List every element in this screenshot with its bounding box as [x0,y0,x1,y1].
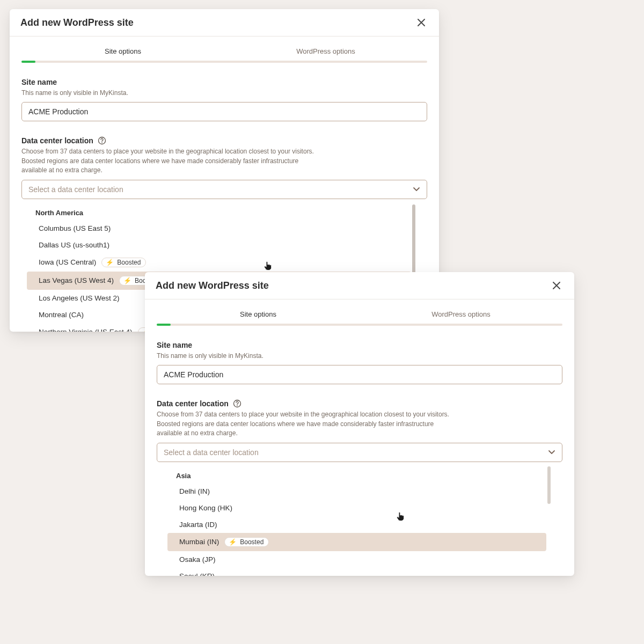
tab-wordpress-options[interactable]: WordPress options [360,307,562,324]
option-label: Jakarta (ID) [179,521,217,529]
site-name-section: Site name This name is only visible in M… [10,78,439,121]
data-center-desc: Choose from 37 data centers to place you… [21,147,322,175]
site-name-section: Site name This name is only visible in M… [145,341,574,384]
data-center-option[interactable]: Delhi (IN) [167,483,546,500]
close-button[interactable] [551,280,562,291]
data-center-option[interactable]: Osaka (JP) [167,551,546,568]
bolt-icon: ⚡ [106,259,114,266]
data-center-option[interactable]: Dallas US (us-south1) [27,237,411,253]
select-placeholder: Select a data center location [164,448,259,457]
dropdown-inner: AsiaDelhi (IN)Hong Kong (HK)Jakarta (ID)… [167,465,553,576]
option-label: Seoul (KR) [179,572,215,576]
option-label: Dallas US (us-south1) [39,241,109,249]
select-placeholder: Select a data center location [28,185,123,194]
tabs: Site options WordPress options [10,44,439,61]
tab-site-options[interactable]: Site options [21,44,224,61]
data-center-option[interactable]: Jakarta (ID) [167,516,546,533]
chevron-down-icon [548,449,555,456]
option-group-header: Asia [167,467,553,483]
progress-track [157,324,562,326]
bolt-icon: ⚡ [123,277,131,284]
data-center-option[interactable]: Columbus (US East 5) [27,220,411,237]
boosted-label: Boosted [240,538,264,546]
tabs: Site options WordPress options [145,307,574,324]
site-name-label: Site name [21,78,427,86]
option-label: Osaka (JP) [179,555,216,564]
data-center-label: Data center location [157,399,562,408]
option-label: Las Vegas (US West 4) [39,276,114,284]
data-center-option[interactable]: Iowa (US Central)⚡Boosted [27,253,411,272]
option-label: Northern Virginia (US East 4) [39,328,133,332]
option-label: Iowa (US Central) [39,258,96,266]
modal-title: Add new WordPress site [20,17,134,28]
option-group-header: North America [27,204,418,220]
data-center-dropdown: AsiaDelhi (IN)Hong Kong (HK)Jakarta (ID)… [167,465,553,576]
progress-track [21,61,427,63]
boosted-badge: ⚡Boosted [101,258,146,267]
option-label: Mumbai (IN) [179,538,219,546]
close-icon [553,282,560,289]
data-center-select[interactable]: Select a data center location [21,180,427,199]
close-icon [418,19,425,26]
tab-site-options[interactable]: Site options [157,307,360,324]
site-name-input[interactable] [157,365,562,384]
boosted-label: Boosted [117,259,141,266]
progress-bar [157,324,171,326]
site-name-label: Site name [157,341,562,349]
data-center-label: Data center location [21,136,427,145]
modal-title: Add new WordPress site [156,280,269,291]
scrollbar-thumb[interactable] [547,466,551,504]
data-center-desc: Choose from 37 data centers to place you… [157,410,457,438]
data-center-section: Data center location Choose from 37 data… [145,399,574,576]
option-label: Montreal (CA) [39,311,84,319]
boosted-badge: ⚡Boosted [224,537,269,547]
site-name-desc: This name is only visible in MyKinsta. [21,89,322,98]
data-center-option[interactable]: Hong Kong (HK) [167,500,546,516]
option-label: Delhi (IN) [179,487,210,495]
help-icon[interactable] [98,136,106,145]
progress-bar [21,61,35,63]
chevron-down-icon [413,186,420,193]
site-name-input[interactable] [21,102,427,121]
add-site-modal-asia: Add new WordPress site Site options Word… [145,272,574,576]
option-label: Columbus (US East 5) [39,224,111,232]
option-label: Hong Kong (HK) [179,504,232,512]
option-label: Los Angeles (US West 2) [39,294,120,302]
data-center-label-text: Data center location [157,399,229,408]
data-center-select[interactable]: Select a data center location [157,443,562,462]
help-icon[interactable] [233,399,241,408]
bolt-icon: ⚡ [229,539,237,545]
data-center-option[interactable]: Seoul (KR) [167,568,546,576]
close-button[interactable] [415,17,427,28]
site-name-desc: This name is only visible in MyKinsta. [157,352,457,361]
modal-header: Add new WordPress site [145,272,574,299]
tab-wordpress-options[interactable]: WordPress options [224,44,427,61]
data-center-option[interactable]: Mumbai (IN)⚡Boosted [167,533,546,551]
modal-header: Add new WordPress site [10,9,439,36]
data-center-label-text: Data center location [21,136,93,145]
